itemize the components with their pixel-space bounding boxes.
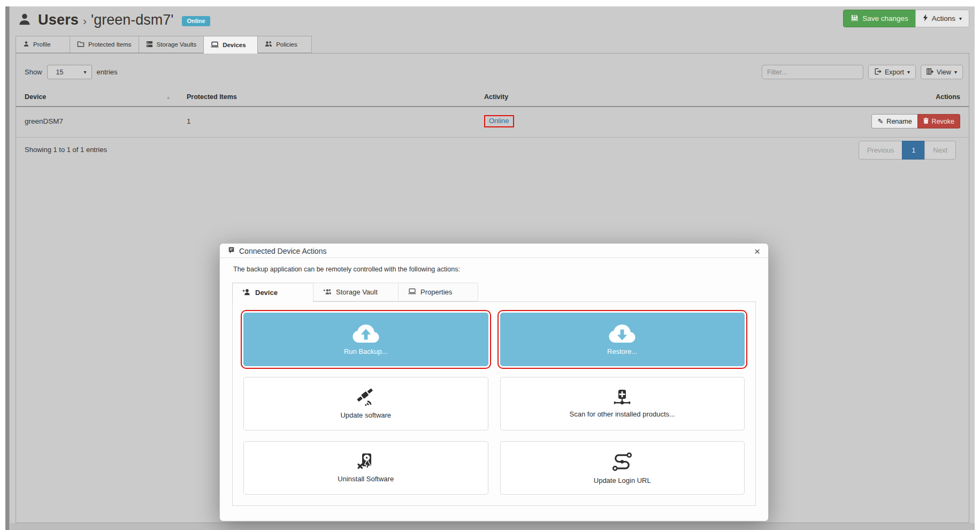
status-badge: Online <box>182 16 210 26</box>
page-header: Users › 'green-dsm7' Online <box>18 12 210 28</box>
modal-tab-storage-vault[interactable]: Storage Vault <box>313 283 399 301</box>
tab-policies[interactable]: Policies <box>257 36 312 53</box>
run-backup-button[interactable]: Run Backup... <box>243 313 488 366</box>
export-icon <box>874 68 882 77</box>
pencil-icon: ✎ <box>877 117 883 125</box>
chevron-down-icon: ▾ <box>84 70 87 75</box>
modal-tab-label: Properties <box>420 288 452 296</box>
satellite-icon <box>356 388 376 406</box>
tab-label: Profile <box>33 41 51 48</box>
close-icon[interactable]: × <box>754 246 760 256</box>
connected-device-actions-modal: Connected Device Actions × The backup ap… <box>219 243 769 521</box>
chevron-down-icon: ▾ <box>954 70 957 75</box>
tab-label: Policies <box>276 41 297 48</box>
tab-bar: Profile Protected Items Storage Vaults D… <box>16 36 312 54</box>
modal-header: Connected Device Actions × <box>220 244 768 258</box>
column-actions: Actions <box>798 87 969 107</box>
device-actions-icon <box>228 247 235 255</box>
page-title: Users <box>38 12 79 28</box>
modal-body: The backup application can be remotely c… <box>220 258 768 506</box>
table-toolbar: Show 15 ▾ entries Export ▾ <box>16 54 969 87</box>
previous-page-button[interactable]: Previous <box>859 141 903 160</box>
next-page-button[interactable]: Next <box>924 141 956 160</box>
page-size-control: Show 15 ▾ entries <box>25 65 118 79</box>
modal-title: Connected Device Actions <box>239 247 326 255</box>
activity-cell: Online <box>476 107 798 138</box>
lightning-icon <box>923 14 928 23</box>
tab-protected-items[interactable]: Protected Items <box>70 36 139 53</box>
export-label: Export <box>885 69 904 76</box>
actions-button[interactable]: Actions ▾ <box>915 10 969 27</box>
laptop-icon <box>211 41 219 49</box>
people-plus-icon <box>323 288 332 297</box>
header-buttons: Save changes Actions ▾ <box>843 10 969 27</box>
person-plus-icon <box>242 289 251 297</box>
restore-button[interactable]: Restore... <box>500 313 745 366</box>
action-label: Update software <box>340 411 391 419</box>
filter-input[interactable] <box>762 65 863 79</box>
modal-tab-bar: Device Storage Vault Properties <box>232 283 756 301</box>
action-label: Uninstall Software <box>338 475 394 483</box>
breadcrumb-separator: › <box>83 14 87 27</box>
tab-devices[interactable]: Devices <box>203 36 258 54</box>
tab-profile[interactable]: Profile <box>16 36 70 53</box>
modal-tab-panel: Run Backup... Restore... Update software <box>232 301 756 506</box>
annotation-highlight: Online <box>484 115 514 127</box>
scan-products-button[interactable]: Scan for other installed products... <box>500 377 745 430</box>
revoke-button[interactable]: Revoke <box>917 114 960 128</box>
page-size-value: 15 <box>56 69 64 76</box>
cloud-upload-icon <box>353 324 379 343</box>
uninstall-disk-icon <box>357 453 375 470</box>
device-name-cell: greenDSM7 <box>16 107 178 138</box>
chevron-down-icon: ▾ <box>907 70 910 75</box>
devices-table: Device ▴ Protected Items Activity Action… <box>16 87 969 138</box>
page-size-select[interactable]: 15 ▾ <box>47 65 92 79</box>
actions-label: Actions <box>932 14 955 22</box>
save-changes-label: Save changes <box>862 14 908 22</box>
revoke-label: Revoke <box>932 118 954 125</box>
entries-summary: Showing 1 to 1 of 1 entries <box>25 146 107 154</box>
tab-label: Protected Items <box>88 41 132 48</box>
column-device[interactable]: Device ▴ <box>16 87 178 107</box>
route-icon <box>611 452 633 472</box>
laptop-icon <box>408 288 416 296</box>
modal-description: The backup application can be remotely c… <box>233 266 756 273</box>
uninstall-software-button[interactable]: Uninstall Software <box>243 441 488 495</box>
entries-label: entries <box>97 68 118 76</box>
rename-label: Rename <box>886 118 912 125</box>
person-icon <box>23 41 29 48</box>
view-button[interactable]: View ▾ <box>921 65 963 79</box>
update-software-button[interactable]: Update software <box>243 377 488 430</box>
sidebar-edge <box>5 6 10 530</box>
modal-tab-device[interactable]: Device <box>232 283 313 302</box>
column-activity[interactable]: Activity <box>476 87 798 107</box>
cloud-download-icon <box>609 324 636 343</box>
table-actions: Export ▾ View ▾ <box>762 65 963 79</box>
columns-icon <box>927 68 933 77</box>
action-label: Restore... <box>607 347 637 355</box>
server-icon <box>146 41 153 49</box>
online-link[interactable]: Online <box>489 117 509 125</box>
pagination: Previous 1 Next <box>859 141 956 160</box>
tab-label: Devices <box>223 42 246 48</box>
export-button[interactable]: Export ▾ <box>868 65 916 79</box>
network-scan-icon <box>611 390 633 405</box>
row-actions-cell: ✎ Rename Revoke <box>798 107 969 138</box>
action-label: Update Login URL <box>594 476 651 484</box>
modal-tab-properties[interactable]: Properties <box>398 283 478 301</box>
update-login-url-button[interactable]: Update Login URL <box>500 441 745 495</box>
table-footer: Showing 1 to 1 of 1 entries Previous 1 N… <box>16 138 969 160</box>
show-label: Show <box>25 68 42 76</box>
view-label: View <box>937 69 951 76</box>
sort-asc-icon: ▴ <box>167 94 170 100</box>
rename-button[interactable]: ✎ Rename <box>871 114 917 128</box>
table-header-row: Device ▴ Protected Items Activity Action… <box>16 87 969 107</box>
save-changes-button[interactable]: Save changes <box>843 10 916 27</box>
people-icon <box>265 41 272 48</box>
column-protected-items[interactable]: Protected Items <box>178 87 476 107</box>
action-label: Run Backup... <box>344 347 388 355</box>
tab-label: Storage Vaults <box>157 41 197 48</box>
chevron-down-icon: ▾ <box>959 16 962 21</box>
current-page-button[interactable]: 1 <box>902 141 925 160</box>
tab-storage-vaults[interactable]: Storage Vaults <box>139 36 204 53</box>
